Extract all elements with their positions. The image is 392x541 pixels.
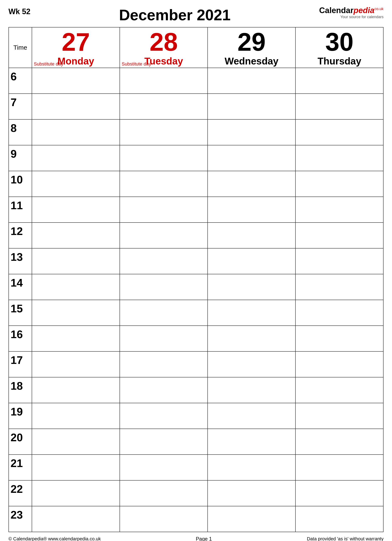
day-cell-monday-17[interactable] — [32, 352, 120, 377]
time-number-21: 21 — [10, 457, 23, 470]
time-cell-16: 16 — [9, 326, 32, 351]
day-cell-wednesday-13[interactable] — [208, 249, 296, 274]
day-cell-wednesday-15[interactable] — [208, 300, 296, 325]
day-cell-tuesday-22[interactable] — [120, 481, 208, 506]
day-cell-wednesday-7[interactable] — [208, 94, 296, 119]
time-row-22: 22 — [9, 481, 383, 506]
day-cell-monday-14[interactable] — [32, 274, 120, 300]
day-cell-wednesday-19[interactable] — [208, 403, 296, 429]
time-header-label: Time — [13, 44, 27, 51]
day-name-wednesday: Wednesday — [225, 55, 279, 67]
day-cell-monday-22[interactable] — [32, 481, 120, 506]
time-number-22: 22 — [10, 483, 23, 495]
footer-right: Data provided 'as is' without warranty — [307, 536, 384, 541]
day-cell-thursday-18[interactable] — [296, 377, 383, 403]
day-cell-monday-6[interactable] — [32, 68, 120, 94]
day-cell-monday-12[interactable] — [32, 223, 120, 248]
day-cell-tuesday-19[interactable] — [120, 403, 208, 429]
day-cell-monday-19[interactable] — [32, 403, 120, 429]
day-cell-tuesday-20[interactable] — [120, 429, 208, 454]
day-cell-monday-23[interactable] — [32, 506, 120, 532]
day-cell-wednesday-21[interactable] — [208, 455, 296, 480]
day-cell-thursday-7[interactable] — [296, 94, 383, 119]
day-cell-monday-9[interactable] — [32, 146, 120, 171]
day-cell-wednesday-14[interactable] — [208, 274, 296, 300]
day-cell-tuesday-8[interactable] — [120, 120, 208, 145]
day-cell-wednesday-12[interactable] — [208, 223, 296, 248]
time-cell-20: 20 — [9, 429, 32, 454]
calendar-page: Wk 52 December 2021 Calendarpediaco.uk Y… — [0, 0, 392, 541]
day-cell-tuesday-12[interactable] — [120, 223, 208, 248]
time-number-12: 12 — [10, 225, 23, 238]
day-cell-monday-20[interactable] — [32, 429, 120, 454]
day-cell-thursday-11[interactable] — [296, 197, 383, 222]
footer: © Calendarpedia® www.calendarpedia.co.uk… — [8, 535, 384, 541]
day-cell-monday-15[interactable] — [32, 300, 120, 325]
day-cell-thursday-6[interactable] — [296, 68, 383, 94]
day-cell-tuesday-7[interactable] — [120, 94, 208, 119]
day-cell-thursday-19[interactable] — [296, 403, 383, 429]
day-cell-thursday-20[interactable] — [296, 429, 383, 454]
time-row-6: 6 — [9, 68, 383, 94]
day-cell-monday-16[interactable] — [32, 326, 120, 351]
day-cell-wednesday-17[interactable] — [208, 352, 296, 377]
day-cell-thursday-13[interactable] — [296, 249, 383, 274]
day-cell-monday-7[interactable] — [32, 94, 120, 119]
day-cell-thursday-8[interactable] — [296, 120, 383, 145]
substitute-monday: Substitute day — [34, 61, 63, 67]
day-cell-monday-8[interactable] — [32, 120, 120, 145]
day-cell-wednesday-20[interactable] — [208, 429, 296, 454]
day-cell-tuesday-11[interactable] — [120, 197, 208, 222]
day-cell-tuesday-17[interactable] — [120, 352, 208, 377]
time-cell-11: 11 — [9, 197, 32, 222]
day-cell-wednesday-6[interactable] — [208, 68, 296, 94]
day-cell-wednesday-18[interactable] — [208, 377, 296, 403]
day-cell-monday-10[interactable] — [32, 171, 120, 197]
time-cell-7: 7 — [9, 94, 32, 119]
day-number-29: 29 — [237, 29, 265, 55]
time-cell-12: 12 — [9, 223, 32, 248]
time-number-20: 20 — [10, 431, 23, 444]
day-cell-wednesday-10[interactable] — [208, 171, 296, 197]
day-cell-thursday-14[interactable] — [296, 274, 383, 300]
day-cell-wednesday-16[interactable] — [208, 326, 296, 351]
day-cell-tuesday-21[interactable] — [120, 455, 208, 480]
time-cell-18: 18 — [9, 377, 32, 403]
day-cell-wednesday-23[interactable] — [208, 506, 296, 532]
day-cell-wednesday-9[interactable] — [208, 146, 296, 171]
time-number-10: 10 — [10, 173, 23, 186]
day-cell-tuesday-13[interactable] — [120, 249, 208, 274]
day-cell-thursday-22[interactable] — [296, 481, 383, 506]
day-cell-thursday-12[interactable] — [296, 223, 383, 248]
day-cell-tuesday-18[interactable] — [120, 377, 208, 403]
day-cell-tuesday-16[interactable] — [120, 326, 208, 351]
time-number-6: 6 — [10, 70, 17, 83]
time-cell-19: 19 — [9, 403, 32, 429]
day-cell-tuesday-9[interactable] — [120, 146, 208, 171]
day-cell-tuesday-15[interactable] — [120, 300, 208, 325]
day-cell-tuesday-10[interactable] — [120, 171, 208, 197]
day-cell-wednesday-11[interactable] — [208, 197, 296, 222]
day-cell-tuesday-14[interactable] — [120, 274, 208, 300]
day-cell-wednesday-22[interactable] — [208, 481, 296, 506]
day-cell-tuesday-6[interactable] — [120, 68, 208, 94]
day-cell-thursday-17[interactable] — [296, 352, 383, 377]
day-cell-thursday-16[interactable] — [296, 326, 383, 351]
footer-center: Page 1 — [196, 536, 212, 541]
day-header-thursday: 30 Thursday — [296, 27, 383, 68]
time-number-17: 17 — [10, 354, 23, 366]
day-cell-thursday-10[interactable] — [296, 171, 383, 197]
day-cell-thursday-9[interactable] — [296, 146, 383, 171]
day-cell-monday-13[interactable] — [32, 249, 120, 274]
day-cell-monday-18[interactable] — [32, 377, 120, 403]
day-cell-wednesday-8[interactable] — [208, 120, 296, 145]
day-cell-thursday-21[interactable] — [296, 455, 383, 480]
day-cell-thursday-23[interactable] — [296, 506, 383, 532]
time-cell-8: 8 — [9, 120, 32, 145]
day-cell-thursday-15[interactable] — [296, 300, 383, 325]
day-cell-monday-11[interactable] — [32, 197, 120, 222]
day-header-row: Time 27 Monday Substitute day 28 Tuesday… — [9, 27, 383, 68]
day-cell-monday-21[interactable] — [32, 455, 120, 480]
day-cell-tuesday-23[interactable] — [120, 506, 208, 532]
time-cell-6: 6 — [9, 68, 32, 94]
